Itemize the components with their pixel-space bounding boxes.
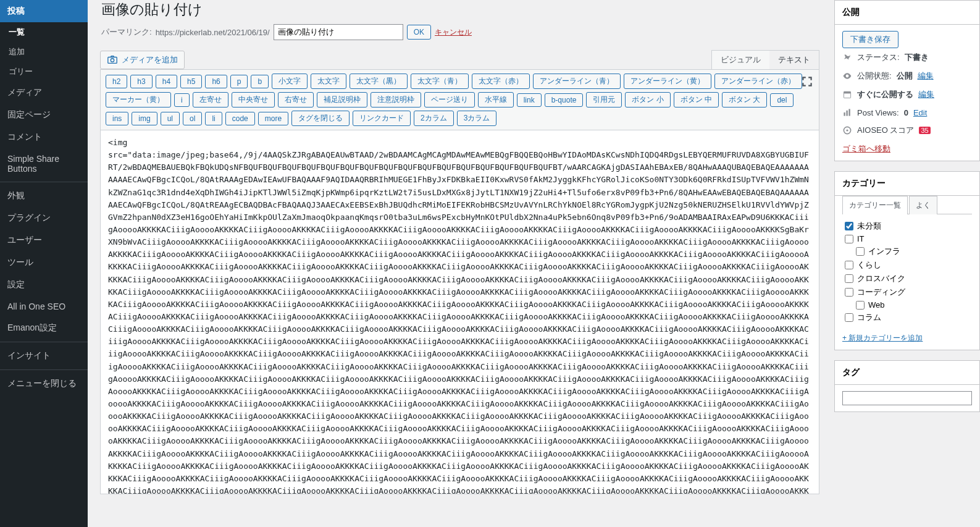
toolbar-btn-h4[interactable]: h4 (156, 75, 177, 88)
toolbar-btn-[interactable]: 小文字 (272, 74, 308, 89)
toolbar-btn-[interactable]: ボタン 小 (625, 92, 670, 108)
fullscreen-icon[interactable] (800, 75, 814, 88)
pin-icon (842, 53, 852, 62)
menu-emanon[interactable]: Emanon設定 (0, 317, 88, 339)
menu-aioseo[interactable]: All in One SEO (0, 296, 88, 317)
toolbar-btn-h6[interactable]: h6 (205, 75, 227, 88)
permalink-row: パーマリンク: https://pickerlab.net/2021/06/19… (101, 24, 819, 40)
permalink-ok-button[interactable]: OK (407, 25, 431, 40)
toolbar-btn-2[interactable]: 2カラム (414, 111, 454, 126)
menu-users[interactable]: ユーザー (0, 229, 88, 251)
category-item[interactable]: インフラ (856, 245, 970, 258)
toolbar-btn-i[interactable]: i (174, 93, 190, 107)
toolbar-btn-[interactable]: リンクカード (353, 111, 411, 126)
toolbar-btn-[interactable]: 補足説明枠 (317, 92, 367, 108)
add-media-button[interactable]: メディアを追加 (100, 51, 185, 69)
toolbar-btn-[interactable]: 水平線 (478, 92, 514, 108)
toolbar-btn-[interactable]: アンダーライン（黄） (624, 74, 711, 89)
toolbar-btn-h2[interactable]: h2 (106, 75, 127, 88)
toolbar-btn-b[interactable]: b (251, 75, 269, 88)
toolbar-btn-[interactable]: アンダーライン（青） (533, 74, 621, 89)
add-category-link[interactable]: + 新規カテゴリーを追加 (842, 333, 923, 344)
toolbar-btn-[interactable]: 太文字（青） (411, 74, 469, 89)
cat-tab-recent[interactable]: よく (909, 196, 937, 214)
category-checkbox[interactable] (845, 313, 853, 322)
toolbar-btn-[interactable]: ボタン 中 (674, 92, 719, 108)
toolbar-btn-[interactable]: ボタン 大 (722, 92, 767, 108)
toolbar-btn-ol[interactable]: ol (183, 112, 202, 125)
tag-input[interactable] (842, 391, 972, 405)
toolbar-btn-h5[interactable]: h5 (180, 75, 202, 88)
category-checkbox[interactable] (856, 301, 865, 310)
toolbar-btn-[interactable]: タグを閉じる (291, 111, 350, 126)
toolbar-btn-[interactable]: 引用元 (586, 92, 622, 108)
toolbar-btn-[interactable]: アンダーライン（赤） (714, 74, 802, 89)
tab-text[interactable]: テキスト (769, 51, 819, 69)
menu-pages[interactable]: 固定ページ (0, 104, 88, 126)
menu-posts-add[interactable]: 追加 (0, 42, 88, 62)
category-item[interactable]: くらし (845, 258, 970, 272)
menu-comments[interactable]: コメント (0, 126, 88, 148)
toolbar-btn-h3[interactable]: h3 (130, 75, 152, 88)
editor-content[interactable]: <img src="data:image/jpeg;base64,/9j/4AA… (101, 130, 819, 494)
toolbar-btn-li[interactable]: li (205, 112, 222, 125)
toolbar-btn-link[interactable]: link (517, 93, 542, 107)
category-checkbox[interactable] (845, 261, 853, 269)
category-item[interactable]: コラム (845, 311, 970, 324)
cat-tab-all[interactable]: カテゴリー一覧 (842, 196, 908, 214)
page-title: 画像の貼り付け (101, 0, 819, 19)
toolbar-btn-[interactable]: 右寄せ (278, 92, 314, 108)
category-checkbox[interactable] (845, 288, 853, 297)
toolbar-btn-ul[interactable]: ul (161, 112, 180, 125)
menu-media[interactable]: メディア (0, 82, 88, 104)
menu-collapse[interactable]: メニューを閉じる (0, 373, 88, 395)
toolbar-btn-del[interactable]: del (770, 93, 794, 107)
toolbar-btn-[interactable]: 太文字（黒） (350, 74, 408, 89)
category-item[interactable]: 未分類 (845, 219, 970, 233)
category-item[interactable]: クロスバイク (845, 272, 970, 285)
menu-plugins[interactable]: プラグイン (0, 207, 88, 229)
permalink-cancel-link[interactable]: キャンセル (435, 27, 472, 38)
category-checkbox[interactable] (845, 235, 853, 243)
schedule-edit-link[interactable]: 編集 (918, 89, 934, 100)
category-checkbox[interactable] (845, 274, 853, 283)
schedule-label: すぐに公開する (857, 89, 913, 100)
toolbar-btn-more[interactable]: more (258, 112, 288, 125)
toolbar-btn-p[interactable]: p (230, 75, 248, 88)
toolbar-btn-[interactable]: マーカー（黄） (106, 92, 171, 108)
category-checkbox[interactable] (856, 247, 865, 256)
menu-insights[interactable]: インサイト (0, 345, 88, 367)
visibility-edit-link[interactable]: 編集 (918, 70, 934, 82)
toolbar-btn-code[interactable]: code (225, 112, 255, 125)
toolbar-btn-img[interactable]: img (132, 112, 157, 125)
menu-posts-list[interactable]: 一覧 (0, 22, 88, 42)
save-draft-button[interactable]: 下書き保存 (842, 31, 898, 48)
menu-posts-categories[interactable]: ゴリー (0, 62, 88, 82)
menu-simple-share[interactable]: Simple Share Buttons (0, 148, 88, 179)
postviews-edit-link[interactable]: Edit (913, 108, 927, 117)
category-item[interactable]: Web (856, 299, 970, 311)
camera-icon (107, 54, 118, 65)
menu-settings[interactable]: 設定 (0, 274, 88, 296)
toolbar-btn-[interactable]: ページ送り (424, 92, 475, 108)
category-item[interactable]: IT (845, 233, 970, 245)
category-checkbox[interactable] (845, 222, 853, 230)
tags-box: タグ (834, 360, 980, 412)
text-editor[interactable]: <img src="data:image/jpeg;base64,/9j/4AA… (100, 130, 819, 494)
svg-rect-4 (844, 112, 845, 116)
toolbar-btn-ins[interactable]: ins (106, 112, 128, 125)
category-item[interactable]: コーディング (845, 285, 970, 299)
toolbar-btn-[interactable]: 太文字 (311, 74, 346, 89)
toolbar-btn-3[interactable]: 3カラム (457, 111, 497, 126)
permalink-slug-input[interactable] (274, 24, 403, 40)
menu-posts[interactable]: 投稿 (0, 0, 88, 22)
move-to-trash-link[interactable]: ゴミ箱へ移動 (842, 143, 890, 154)
toolbar-btn-[interactable]: 左寄せ (193, 92, 228, 108)
menu-appearance[interactable]: 外観 (0, 185, 88, 207)
tab-visual[interactable]: ビジュアル (712, 51, 769, 69)
menu-tools[interactable]: ツール (0, 251, 88, 274)
toolbar-btn-[interactable]: 太文字（赤） (472, 74, 530, 89)
toolbar-btn-[interactable]: 中央寄せ (232, 92, 275, 108)
toolbar-btn-[interactable]: 注意説明枠 (371, 92, 421, 108)
toolbar-btn-bquote[interactable]: b-quote (545, 93, 584, 107)
